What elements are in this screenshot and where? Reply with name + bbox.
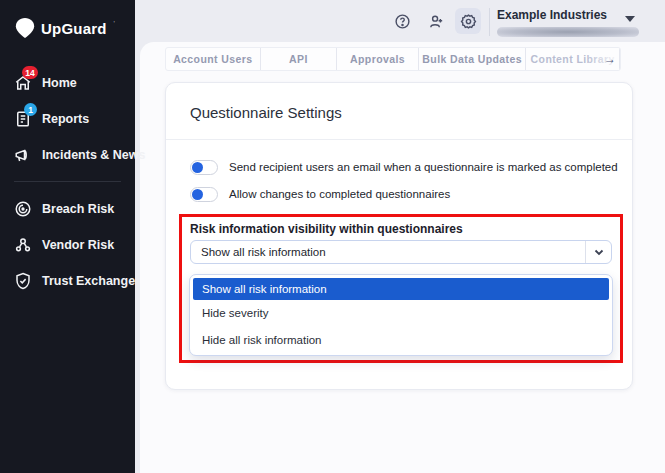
- option-hide-all-risk-information[interactable]: Hide all risk information: [190, 327, 612, 354]
- sidebar-item-trust-exchange[interactable]: Trust Exchange: [14, 269, 135, 293]
- upguard-logo[interactable]: UpGuard ': [15, 17, 114, 39]
- card-divider: [166, 139, 632, 140]
- account-switcher[interactable]: Example Industries: [497, 8, 657, 37]
- settings-tabbar: Account Users API Approvals Bulk Data Up…: [165, 47, 621, 71]
- questionnaire-settings-card: Questionnaire Settings Send recipient us…: [165, 82, 633, 390]
- tab-account-users[interactable]: Account Users: [166, 48, 261, 70]
- logo-text: UpGuard: [41, 20, 107, 37]
- risk-visibility-select[interactable]: Show all risk information: [190, 240, 612, 264]
- sidebar-item-reports[interactable]: 1 Reports: [14, 107, 89, 131]
- select-value: Show all risk information: [201, 246, 326, 258]
- sidebar-divider: [14, 181, 121, 182]
- shield-logo-icon: [15, 17, 35, 39]
- sidebar-item-label: Reports: [42, 112, 89, 126]
- logo-trademark: ': [114, 20, 115, 27]
- breach-risk-target-icon: [14, 200, 32, 218]
- tabs-scroll-right-icon[interactable]: →: [604, 52, 616, 66]
- toggle-label: Send recipient users an email when a que…: [229, 161, 618, 173]
- sidebar-item-label: Vendor Risk: [42, 238, 114, 252]
- sidebar-item-label: Trust Exchange: [42, 274, 135, 288]
- sidebar-item-breach-risk[interactable]: Breach Risk: [14, 197, 114, 221]
- settings-gear-icon[interactable]: [455, 8, 481, 34]
- allow-changes-toggle[interactable]: [190, 187, 218, 202]
- highlighted-region: Risk information visibility within quest…: [179, 214, 623, 363]
- option-show-all-risk-information[interactable]: Show all risk information: [193, 278, 609, 300]
- page-title: Questionnaire Settings: [190, 104, 342, 121]
- topbar-divider: [489, 8, 490, 36]
- account-subtext-redacted: [497, 27, 639, 37]
- top-bar: Example Industries: [135, 0, 665, 42]
- toggle-knob: [192, 189, 203, 200]
- megaphone-icon: [14, 146, 32, 164]
- tab-api[interactable]: API: [261, 48, 338, 70]
- app-window: UpGuard ' 14 Home 1 Reports Incidents & …: [0, 0, 665, 473]
- tab-approvals[interactable]: Approvals: [337, 48, 419, 70]
- sidebar-item-incidents-news[interactable]: Incidents & News: [14, 143, 146, 167]
- reports-badge: 1: [24, 103, 37, 116]
- risk-visibility-label: Risk information visibility within quest…: [190, 222, 463, 236]
- select-options-popup: Show all risk information Hide severity …: [189, 274, 613, 356]
- toggle-label: Allow changes to completed questionnaire…: [229, 188, 450, 200]
- trust-exchange-shield-icon: [14, 272, 32, 290]
- vendor-risk-network-icon: [14, 236, 32, 254]
- sidebar-item-vendor-risk[interactable]: Vendor Risk: [14, 233, 114, 257]
- help-icon[interactable]: [389, 8, 415, 34]
- toggle-row-email-on-complete: Send recipient users an email when a que…: [190, 159, 618, 175]
- option-hide-severity[interactable]: Hide severity: [190, 300, 612, 327]
- tab-bulk-data-updates[interactable]: Bulk Data Updates: [419, 48, 527, 70]
- sidebar-item-label: Incidents & News: [42, 148, 146, 162]
- email-on-complete-toggle[interactable]: [190, 160, 218, 175]
- sidebar: UpGuard ' 14 Home 1 Reports Incidents & …: [0, 0, 135, 473]
- reports-icon: 1: [14, 110, 32, 128]
- toggle-knob: [192, 162, 203, 173]
- invite-user-icon[interactable]: [423, 8, 449, 34]
- chevron-down-icon[interactable]: [625, 16, 635, 22]
- home-icon: 14: [14, 74, 32, 92]
- sidebar-item-home[interactable]: 14 Home: [14, 71, 77, 95]
- sidebar-item-label: Home: [42, 76, 77, 90]
- sidebar-item-label: Breach Risk: [42, 202, 114, 216]
- toggle-row-allow-changes: Allow changes to completed questionnaire…: [190, 186, 450, 202]
- home-badge: 14: [22, 66, 38, 79]
- chevron-down-icon[interactable]: [585, 241, 611, 263]
- content-area: Account Users API Approvals Bulk Data Up…: [140, 42, 665, 473]
